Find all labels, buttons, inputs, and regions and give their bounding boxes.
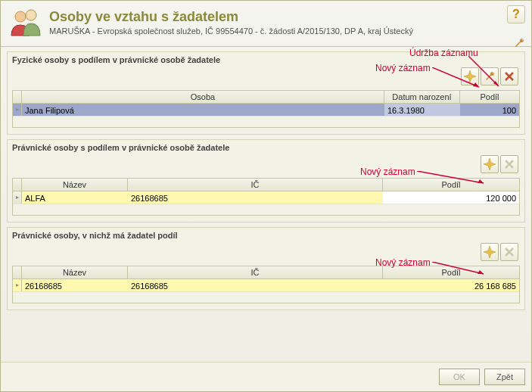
col-nazev[interactable]: Název: [22, 266, 128, 278]
dialog-title: Osoby ve vztahu s žadatelem: [49, 9, 413, 25]
new-record-button[interactable]: [481, 155, 499, 173]
help-button[interactable]: ?: [507, 5, 525, 23]
svg-marker-10: [464, 70, 476, 82]
delete-record-button[interactable]: [500, 243, 518, 261]
cell-podil: 120 000: [383, 191, 519, 204]
col-ic[interactable]: IČ: [128, 266, 383, 278]
row-indicator-header: [13, 179, 22, 191]
col-podil[interactable]: Podíl: [383, 179, 519, 191]
col-nazev[interactable]: Název: [22, 179, 128, 191]
dialog-window: Osoby ve vztahu s žadatelem MARUŠKA - Ev…: [0, 0, 532, 392]
new-record-button[interactable]: [481, 243, 499, 261]
table-row[interactable]: Jana Filipová 16.3.1980 100: [13, 104, 519, 117]
section1-toolbar: [8, 66, 524, 89]
section2-toolbar: [8, 154, 524, 176]
svg-marker-11: [484, 158, 496, 170]
svg-point-1: [26, 10, 36, 20]
section-physical-persons: Fyzické osoby s podílem v právnické osob…: [7, 51, 525, 135]
options-wrench-icon[interactable]: [513, 37, 525, 51]
row-indicator-icon: [13, 279, 22, 291]
table-row[interactable]: 26168685 26168685 26 168 685: [13, 279, 519, 292]
back-button[interactable]: Zpět: [484, 369, 525, 385]
section1-title: Fyzické osoby s podílem v právnické osob…: [8, 52, 524, 66]
col-ic[interactable]: IČ: [128, 179, 383, 191]
delete-record-button[interactable]: [500, 67, 518, 86]
cell-ic: 26168685: [128, 279, 383, 291]
section3-grid-body: 26168685 26168685 26 168 685: [13, 279, 519, 303]
ok-button[interactable]: OK: [439, 369, 480, 385]
header-text-block: Osoby ve vztahu s žadatelem MARUŠKA - Ev…: [49, 9, 413, 36]
section2-title: Právnické osoby s podílem v právnické os…: [8, 140, 524, 154]
section1-grid-body: Jana Filipová 16.3.1980 100: [13, 104, 519, 127]
edit-record-button[interactable]: [481, 67, 499, 86]
row-indicator-icon: [13, 104, 22, 116]
col-podil[interactable]: Podíl: [460, 91, 519, 103]
row-indicator-header: [13, 91, 22, 103]
row-indicator-icon: [13, 191, 22, 204]
cell-nazev: ALFA: [22, 191, 128, 204]
svg-point-0: [15, 11, 26, 22]
section2-grid-header: Název IČ Podíl: [13, 179, 519, 191]
cell-ic: 26168685: [128, 191, 383, 204]
col-osoba[interactable]: Osoba: [22, 91, 384, 103]
dialog-header: Osoby ve vztahu s žadatelem MARUŠKA - Ev…: [1, 1, 531, 47]
section2-grid: Název IČ Podíl ALFA 26168685 120 000: [12, 178, 520, 216]
delete-record-button[interactable]: [500, 155, 518, 173]
section3-grid: Název IČ Podíl 26168685 26168685 26 168 …: [12, 266, 520, 303]
section1-grid: Osoba Datum narození Podíl Jana Filipová…: [12, 90, 520, 128]
col-datum[interactable]: Datum narození: [384, 91, 460, 103]
section1-grid-header: Osoba Datum narození Podíl: [13, 91, 519, 104]
section3-toolbar: [8, 241, 524, 264]
col-podil[interactable]: Podíl: [383, 266, 519, 278]
cell-datum: 16.3.1980: [384, 104, 460, 116]
svg-marker-12: [484, 246, 496, 258]
cell-podil: 26 168 685: [383, 279, 519, 291]
section-legal-persons-share: Právnické osoby s podílem v právnické os…: [7, 139, 525, 222]
section2-grid-body: ALFA 26168685 120 000: [13, 191, 519, 215]
new-record-button[interactable]: [461, 67, 479, 86]
row-indicator-header: [13, 266, 22, 278]
table-row[interactable]: ALFA 26168685 120 000: [13, 191, 519, 204]
dialog-subtitle: MARUŠKA - Evropská společnost služeb, IČ…: [49, 26, 413, 36]
dialog-footer: OK Zpět: [1, 362, 531, 391]
cell-podil: 100: [460, 104, 519, 116]
section3-grid-header: Název IČ Podíl: [13, 266, 519, 279]
section3-title: Právnické osoby, v nichž má žadatel podí…: [8, 228, 524, 241]
people-icon: [8, 5, 42, 39]
cell-nazev: 26168685: [22, 279, 128, 291]
section-applicant-shares: Právnické osoby, v nichž má žadatel podí…: [7, 227, 525, 310]
cell-osoba: Jana Filipová: [22, 104, 384, 116]
